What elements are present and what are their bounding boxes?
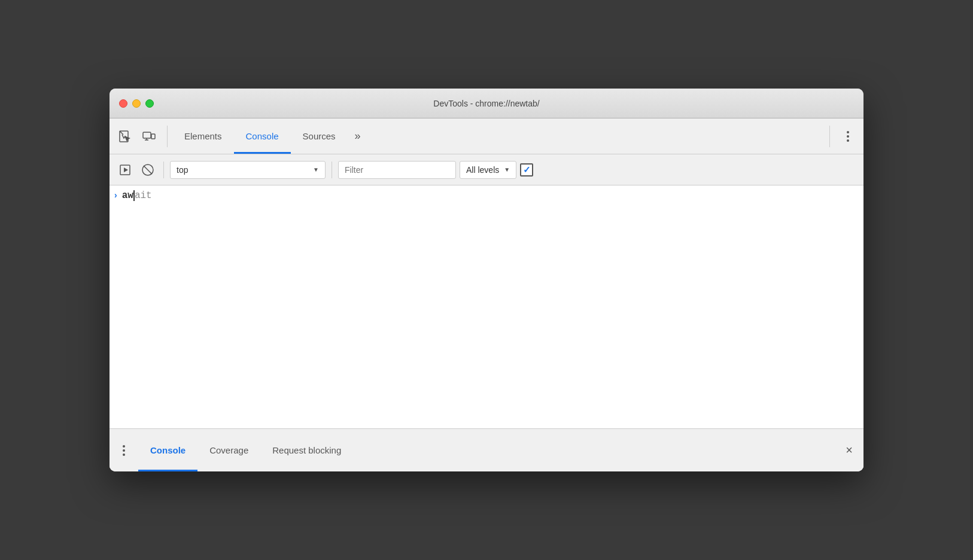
preserve-log-button[interactable]: [115, 160, 135, 179]
clear-console-button[interactable]: [138, 160, 157, 179]
more-options-button[interactable]: [837, 126, 859, 147]
device-icon: [142, 130, 156, 143]
main-tabs: Elements Console Sources »: [172, 118, 829, 154]
three-dots-icon: [847, 131, 849, 142]
svg-rect-2: [143, 132, 151, 138]
close-button[interactable]: [119, 99, 127, 108]
console-main[interactable]: › await: [110, 185, 863, 428]
devtools-window: DevTools - chrome://newtab/: [110, 89, 863, 471]
bottom-tab-console[interactable]: Console: [138, 429, 197, 471]
levels-text: All levels: [466, 165, 499, 175]
svg-line-9: [144, 166, 152, 174]
preserve-log-icon: [119, 164, 131, 176]
bottom-tabs: Console Coverage Request blocking ×: [110, 429, 863, 471]
svg-rect-3: [151, 134, 155, 139]
console-entry: › await: [110, 185, 863, 207]
svg-marker-7: [124, 168, 128, 172]
svg-marker-1: [124, 136, 130, 142]
toolbar-divider: [163, 162, 164, 178]
toolbar-icons: [114, 126, 168, 147]
device-toolbar-button[interactable]: [138, 126, 160, 147]
suggestion-text: ait: [135, 190, 152, 201]
tab-sources[interactable]: Sources: [291, 118, 348, 154]
bottom-panel: Console Coverage Request blocking ×: [110, 428, 863, 471]
levels-selector[interactable]: All levels ▼: [460, 161, 516, 179]
inspect-element-button[interactable]: [114, 126, 136, 147]
traffic-lights: [119, 99, 154, 108]
console-chevron[interactable]: ›: [114, 190, 117, 200]
context-dropdown-arrow: ▼: [313, 166, 319, 173]
tab-console[interactable]: Console: [234, 118, 291, 154]
title-bar: DevTools - chrome://newtab/: [110, 89, 863, 118]
tab-elements[interactable]: Elements: [172, 118, 234, 154]
window-title: DevTools - chrome://newtab/: [433, 99, 539, 108]
console-toolbar: top ▼ All levels ▼: [110, 154, 863, 185]
inspect-icon: [118, 130, 132, 143]
maximize-button[interactable]: [145, 99, 154, 108]
console-input-text: await: [122, 189, 152, 202]
toolbar-divider-2: [332, 162, 332, 178]
minimize-button[interactable]: [132, 99, 141, 108]
context-value: top: [177, 165, 308, 175]
bottom-three-dots-icon: [123, 445, 125, 456]
bottom-tab-coverage[interactable]: Coverage: [197, 429, 260, 471]
typed-text: aw: [122, 190, 135, 201]
filter-input[interactable]: [338, 161, 456, 179]
bottom-close-button[interactable]: ×: [840, 441, 859, 460]
more-tabs-button[interactable]: »: [348, 118, 368, 154]
toolbar-right: [829, 126, 859, 147]
main-toolbar: Elements Console Sources »: [110, 118, 863, 154]
context-selector[interactable]: top ▼: [170, 161, 326, 179]
log-checkbox[interactable]: [520, 163, 533, 176]
bottom-tab-request-blocking[interactable]: Request blocking: [260, 429, 353, 471]
levels-dropdown-arrow: ▼: [504, 166, 510, 173]
clear-icon: [141, 163, 154, 176]
devtools-body: Elements Console Sources »: [110, 118, 863, 471]
bottom-more-button[interactable]: [114, 441, 133, 460]
